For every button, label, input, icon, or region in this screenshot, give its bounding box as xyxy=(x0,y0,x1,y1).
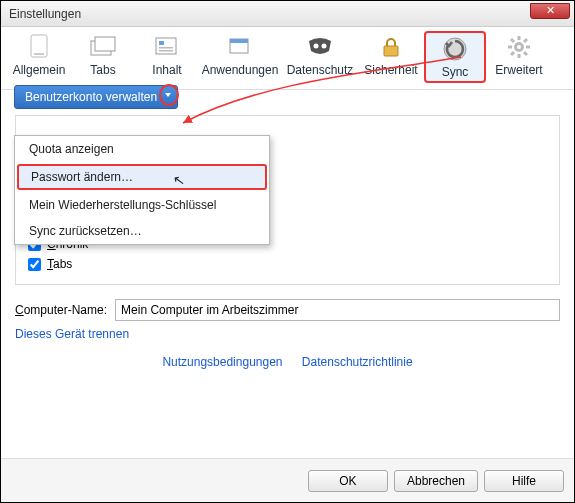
general-icon xyxy=(23,33,55,61)
chevron-down-icon xyxy=(165,93,171,97)
svg-line-22 xyxy=(524,39,527,42)
svg-rect-12 xyxy=(384,46,398,56)
tab-applications[interactable]: Anwendungen xyxy=(200,31,280,83)
svg-point-11 xyxy=(322,44,327,49)
tab-tabs[interactable]: Tabs xyxy=(72,31,134,83)
gear-icon xyxy=(503,33,535,61)
computer-name-label: Computer-Name: xyxy=(15,303,107,317)
settings-window: Einstellungen ✕ Allgemein Tabs Inhalt An… xyxy=(0,0,575,503)
sync-icon xyxy=(439,35,471,63)
tabs-icon xyxy=(87,33,119,61)
manage-account-label: Benutzerkonto verwalten xyxy=(25,90,157,104)
help-button[interactable]: Hilfe xyxy=(484,470,564,492)
tab-label: Sync xyxy=(426,65,484,79)
svg-point-23 xyxy=(517,45,521,49)
svg-line-21 xyxy=(511,52,514,55)
cursor-icon: ↖ xyxy=(172,171,187,189)
check-label: Tabs xyxy=(47,257,72,271)
lock-icon xyxy=(375,33,407,61)
tab-label: Datenschutz xyxy=(282,63,358,77)
menu-item-quota[interactable]: Quota anzeigen xyxy=(15,136,269,162)
menu-item-change-password[interactable]: Passwort ändern… ↖ xyxy=(17,164,267,190)
tab-sync[interactable]: Sync xyxy=(424,31,486,83)
svg-rect-5 xyxy=(159,41,164,45)
check-tabs[interactable]: Tabs xyxy=(28,254,547,274)
cancel-button[interactable]: Abbrechen xyxy=(394,470,478,492)
svg-rect-3 xyxy=(95,37,115,51)
tab-general[interactable]: Allgemein xyxy=(8,31,70,83)
tab-label: Sicherheit xyxy=(360,63,422,77)
dialog-footer: OK Abbrechen Hilfe xyxy=(1,458,574,502)
disconnect-device-link[interactable]: Dieses Gerät trennen xyxy=(15,327,129,341)
sync-panel: xxxxxxxxx@xxxxx.xxx Benutzerkonto verwal… xyxy=(9,79,566,456)
window-title: Einstellungen xyxy=(9,7,81,21)
svg-rect-7 xyxy=(159,50,173,52)
svg-rect-9 xyxy=(230,39,248,43)
check-tabs-box[interactable] xyxy=(28,258,41,271)
tab-label: Allgemein xyxy=(8,63,70,77)
privacy-mask-icon xyxy=(304,33,336,61)
menu-item-recovery-key[interactable]: Mein Wiederherstellungs-Schlüssel xyxy=(15,192,269,218)
menu-item-label: Passwort ändern… xyxy=(31,170,133,184)
tab-advanced[interactable]: Erweitert xyxy=(488,31,550,83)
svg-point-10 xyxy=(314,44,319,49)
disconnect-row: Dieses Gerät trennen xyxy=(15,327,560,341)
applications-icon xyxy=(224,33,256,61)
svg-line-19 xyxy=(511,39,514,42)
ok-button[interactable]: OK xyxy=(308,470,388,492)
menu-item-reset-sync[interactable]: Sync zurücksetzen… xyxy=(15,218,269,244)
tab-security[interactable]: Sicherheit xyxy=(360,31,422,83)
privacy-link[interactable]: Datenschutzrichtlinie xyxy=(302,355,413,369)
computer-name-row: Computer-Name: xyxy=(15,299,560,321)
tab-label: Anwendungen xyxy=(200,63,280,77)
tab-content[interactable]: Inhalt xyxy=(136,31,198,83)
tab-privacy[interactable]: Datenschutz xyxy=(282,31,358,83)
terms-link[interactable]: Nutzungsbedingungen xyxy=(162,355,282,369)
svg-rect-6 xyxy=(159,47,173,49)
computer-name-input[interactable] xyxy=(115,299,560,321)
svg-rect-1 xyxy=(34,53,44,55)
tab-label: Erweitert xyxy=(488,63,550,77)
policies-row: Nutzungsbedingungen Datenschutzrichtlini… xyxy=(9,355,566,369)
svg-rect-4 xyxy=(156,38,176,54)
titlebar: Einstellungen ✕ xyxy=(1,1,574,27)
content-icon xyxy=(151,33,183,61)
manage-account-menu: Quota anzeigen Passwort ändern… ↖ Mein W… xyxy=(14,135,270,245)
svg-line-20 xyxy=(524,52,527,55)
tab-label: Tabs xyxy=(72,63,134,77)
manage-account-button[interactable]: Benutzerkonto verwalten xyxy=(14,85,178,109)
window-close-button[interactable]: ✕ xyxy=(530,3,570,19)
tab-label: Inhalt xyxy=(136,63,198,77)
